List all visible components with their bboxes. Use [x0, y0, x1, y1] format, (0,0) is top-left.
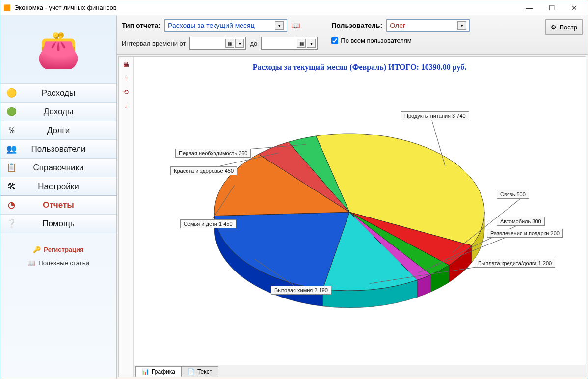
report-panel: 🖶 ↑ ⟲ ↓ Расходы за текущий месяц (Феврал…: [118, 56, 586, 377]
calendar-icon: ▦: [297, 39, 306, 48]
sidebar-item-label: Справочники: [33, 163, 84, 173]
tools-icon: 🛠: [5, 181, 17, 192]
sidebar-item-4[interactable]: 📋Справочники: [0, 158, 116, 177]
user-value: Олег: [390, 22, 457, 29]
tab-graphics-label: Графика: [152, 368, 175, 375]
pie-chart: Продукты питания 3 740Связь 500Автомобил…: [134, 75, 586, 365]
all-users-checkbox-input[interactable]: [331, 37, 338, 44]
chevron-down-icon: ▾: [457, 21, 466, 30]
chart-slice-label: Первая необходимость 360: [175, 149, 251, 158]
chevron-down-icon: ▾: [307, 39, 316, 48]
chevron-down-icon: ▾: [235, 39, 244, 48]
print-icon[interactable]: 🖶: [122, 60, 131, 69]
date-to-input[interactable]: ▦ ▾: [261, 37, 318, 50]
build-report-button[interactable]: ⚙ Постр: [545, 19, 583, 35]
report-tabs: 📊 Графика 📄 Текст: [134, 365, 586, 377]
sidebar-item-5[interactable]: 🛠Настройки: [0, 177, 116, 196]
users-icon: 👥: [5, 143, 17, 155]
report-type-value: Расходы за текущий месяц: [168, 22, 275, 29]
window-title: Экономка - учет личных финансов: [14, 4, 518, 11]
sidebar-item-label: Отчеты: [43, 200, 74, 210]
sidebar-item-label: Пользователи: [31, 144, 86, 154]
chart-icon: 📊: [142, 368, 149, 375]
all-users-checkbox[interactable]: По всем пользователям: [331, 37, 470, 44]
sidebar-item-label: Долги: [47, 126, 70, 135]
chart-slice-label: Продукты питания 3 740: [401, 111, 469, 120]
interval-to-label: до: [250, 40, 257, 47]
coins-green-icon: 🟢: [5, 106, 17, 118]
tab-graphics[interactable]: 📊 Графика: [135, 366, 182, 377]
sidebar-item-label: Расходы: [42, 88, 75, 98]
arrow-up-icon[interactable]: ↑: [122, 74, 131, 82]
app-logo: 👛: [0, 15, 116, 84]
build-report-label: Постр: [560, 24, 577, 31]
minimize-button[interactable]: —: [518, 1, 540, 15]
sidebar-item-7[interactable]: ❔Помощь: [0, 214, 116, 233]
piechart-icon: ◔: [5, 199, 17, 211]
calendar-icon: ▦: [225, 39, 234, 48]
zoom-icon[interactable]: ⟲: [122, 87, 131, 96]
articles-link[interactable]: 📖 Полезные статьи: [0, 256, 116, 270]
close-button[interactable]: ✕: [563, 1, 586, 15]
app-icon: 🟧: [2, 3, 11, 12]
percent-icon: ％: [5, 125, 17, 136]
notebook-icon: 📋: [5, 162, 17, 174]
toolbar: Тип отчета: Расходы за текущий месяц ▾ 📖…: [117, 15, 588, 55]
key-icon: 🔑: [33, 246, 41, 253]
coins-red-icon: 🟡: [5, 87, 17, 99]
tab-text-label: Текст: [197, 368, 212, 375]
main-area: Тип отчета: Расходы за текущий месяц ▾ 📖…: [117, 15, 588, 379]
user-select[interactable]: Олег ▾: [386, 19, 470, 32]
chart-slice-label: Семья и дети 1 450: [180, 219, 236, 228]
registration-label: Регистрация: [44, 246, 83, 253]
titlebar: 🟧 Экономка - учет личных финансов — ☐ ✕: [0, 0, 588, 15]
sidebar-item-label: Помощь: [42, 219, 75, 229]
chart-slice-label: Развлечения и подарки 200: [487, 229, 563, 238]
all-users-label: По всем пользователям: [341, 37, 412, 44]
chart-slice-label: Автомобиль 300: [497, 217, 545, 226]
text-icon: 📄: [187, 368, 195, 375]
date-from-input[interactable]: ▦ ▾: [189, 37, 246, 50]
articles-label: Полезные статьи: [38, 259, 89, 267]
sidebar-item-0[interactable]: 🟡Расходы: [0, 83, 116, 103]
sidebar-item-6[interactable]: ◔Отчеты: [0, 195, 116, 215]
app-window: 🟧 Экономка - учет личных финансов — ☐ ✕ …: [0, 0, 588, 379]
chevron-down-icon: ▾: [275, 21, 284, 30]
sidebar-item-1[interactable]: 🟢Доходы: [0, 102, 116, 121]
user-label: Пользователь:: [331, 22, 382, 29]
interval-from-label: Интервал времени от: [122, 40, 186, 47]
registration-link[interactable]: 🔑 Регистрация: [0, 243, 116, 256]
chart-slice-label: Бытовая химия 2 190: [271, 286, 331, 295]
book-icon: 📖: [27, 259, 35, 267]
help-icon: ❔: [5, 218, 17, 230]
sidebar: 👛 🟡Расходы🟢Доходы％Долги👥Пользователи📋Спр…: [0, 15, 117, 379]
sidebar-item-label: Настройки: [38, 182, 79, 191]
maximize-button[interactable]: ☐: [540, 1, 563, 15]
sidebar-item-2[interactable]: ％Долги: [0, 121, 116, 140]
report-type-select[interactable]: Расходы за текущий месяц ▾: [164, 19, 287, 32]
chart-slice-label: Красота и здоровье 450: [170, 166, 237, 175]
chart-title: Расходы за текущий месяц (Февраль) ИТОГО…: [134, 57, 586, 75]
sidebar-extra-links: 🔑 Регистрация 📖 Полезные статьи: [0, 233, 116, 279]
report-tools: 🖶 ↑ ⟲ ↓: [119, 57, 134, 377]
window-controls: — ☐ ✕: [518, 1, 586, 15]
gear-icon: ⚙: [551, 24, 557, 31]
report-type-label: Тип отчета:: [122, 22, 160, 29]
chart-slice-label: Выплата кредита/долга 1 200: [475, 259, 555, 268]
catalog-icon[interactable]: 📖: [291, 21, 300, 30]
sidebar-item-label: Доходы: [44, 107, 74, 117]
tab-text[interactable]: 📄 Текст: [181, 366, 218, 377]
chart-slice-label: Связь 500: [497, 190, 529, 199]
arrow-down-icon[interactable]: ↓: [122, 101, 131, 110]
sidebar-item-3[interactable]: 👥Пользователи: [0, 139, 116, 159]
report-content: Расходы за текущий месяц (Февраль) ИТОГО…: [134, 57, 586, 377]
